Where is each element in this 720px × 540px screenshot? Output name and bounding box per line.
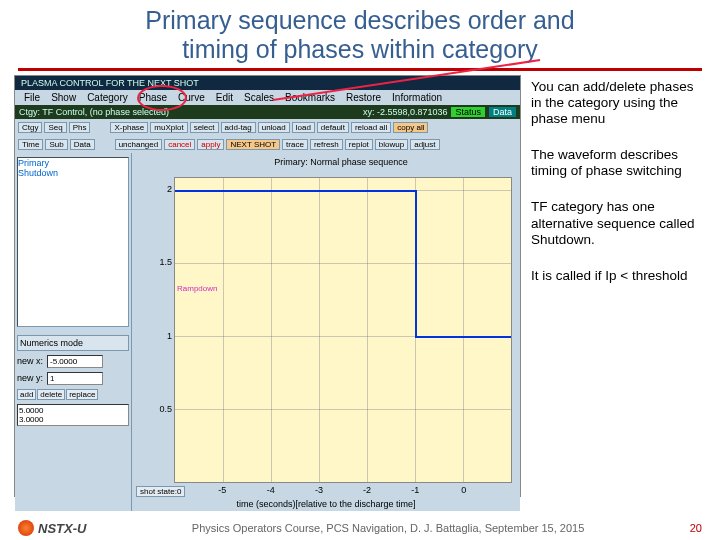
menu-restore[interactable]: Restore [341, 92, 386, 103]
btn-seq[interactable]: Seq [44, 122, 66, 133]
btn-cancel[interactable]: cancel [164, 139, 195, 150]
left-panel: Primary Shutdown Numerics mode new x: ne… [15, 153, 132, 511]
phase-menu-highlight-oval [137, 85, 187, 111]
x-axis-label: time (seconds)[relative to the discharge… [132, 499, 520, 509]
btn-add[interactable]: add [17, 389, 36, 400]
values-readout: 5.0000 3.0000 [17, 404, 129, 426]
newy-input[interactable] [47, 372, 103, 385]
btn-blowup[interactable]: blowup [375, 139, 408, 150]
numerics-mode-control[interactable]: Numerics mode [17, 335, 129, 351]
list-item[interactable]: Primary [18, 158, 128, 168]
menu-file[interactable]: File [19, 92, 45, 103]
nstx-logo-icon [18, 520, 34, 536]
btn-load[interactable]: load [292, 122, 315, 133]
btn-adjust[interactable]: adjust [410, 139, 439, 150]
btn-ctgy[interactable]: Ctgy [18, 122, 42, 133]
rampdown-label: Rampdown [177, 284, 217, 293]
y-axis-ticks: 2 1.5 1 0.5 [150, 177, 172, 483]
title-line1: Primary sequence describes order and [145, 6, 574, 34]
footer-center-text: Physics Operators Course, PCS Navigation… [86, 522, 689, 534]
btn-default[interactable]: default [317, 122, 349, 133]
page-number: 20 [690, 522, 702, 534]
toolbar-row-1: Ctgy Seq Phs X-phase muXplot select add-… [15, 119, 520, 136]
btn-muxplot[interactable]: muXplot [150, 122, 187, 133]
btn-trace[interactable]: trace [282, 139, 308, 150]
btn-reload-all[interactable]: reload all [351, 122, 391, 133]
menu-category[interactable]: Category [82, 92, 133, 103]
shot-state-button[interactable]: shot state:0 [136, 486, 185, 497]
status-chip: Status [451, 107, 485, 117]
info-bar: Ctgy: TF Control, (no phase selected) xy… [15, 105, 520, 119]
btn-xphase[interactable]: X-phase [110, 122, 148, 133]
data-chip: Data [489, 107, 516, 117]
title-divider [18, 68, 702, 71]
page-title: Primary sequence describes order and tim… [0, 0, 720, 68]
menu-edit[interactable]: Edit [211, 92, 238, 103]
note-ip-threshold: It is called if Ip < threshold [531, 268, 700, 284]
btn-replace[interactable]: replace [66, 389, 98, 400]
sequence-list[interactable]: Primary Shutdown [17, 157, 129, 327]
selection-summary: Ctgy: TF Control, (no phase selected) [19, 107, 363, 117]
window-titlebar: PLASMA CONTROL FOR THE NEXT SHOT [15, 76, 520, 90]
nstx-logo-text: NSTX-U [38, 521, 86, 536]
btn-phs[interactable]: Phs [69, 122, 91, 133]
note-phase-menu: You can add/delete phases in the categor… [531, 79, 700, 128]
slide-footer: NSTX-U Physics Operators Course, PCS Nav… [0, 520, 720, 536]
note-shutdown-seq: TF category has one alternative sequence… [531, 199, 700, 248]
menu-show[interactable]: Show [46, 92, 81, 103]
newy-label: new y: [17, 373, 43, 383]
plot-title: Primary: Normal phase sequence [166, 157, 516, 167]
list-item[interactable]: Shutdown [18, 168, 128, 178]
waveform-segment [415, 336, 511, 338]
newx-input[interactable] [47, 355, 103, 368]
btn-add-tag[interactable]: add-tag [221, 122, 256, 133]
pcs-application-window: PLASMA CONTROL FOR THE NEXT SHOT File Sh… [14, 75, 521, 497]
btn-data[interactable]: Data [70, 139, 95, 150]
x-axis-ticks: -6 -5 -4 -3 -2 -1 0 [174, 485, 512, 497]
waveform-segment [415, 190, 417, 336]
plot-area[interactable]: Rampdown [174, 177, 512, 483]
note-waveform: The waveform describes timing of phase s… [531, 147, 700, 179]
btn-apply[interactable]: apply [197, 139, 224, 150]
title-line2: timing of phases within category [182, 35, 538, 63]
btn-refresh[interactable]: refresh [310, 139, 343, 150]
menu-information[interactable]: Information [387, 92, 447, 103]
btn-replot[interactable]: replot [345, 139, 373, 150]
btn-delete[interactable]: delete [37, 389, 65, 400]
annotation-column: You can add/delete phases in the categor… [521, 75, 706, 497]
btn-unchanged[interactable]: unchanged [115, 139, 163, 150]
xy-readout: xy: -2.5598,0.871036 [363, 107, 448, 117]
btn-next-shot[interactable]: NEXT SHOT [226, 139, 280, 150]
btn-sub[interactable]: Sub [45, 139, 67, 150]
application-menubar[interactable]: File Show Category Phase Curve Edit Scal… [15, 90, 520, 105]
btn-time[interactable]: Time [18, 139, 43, 150]
waveform-segment [175, 190, 415, 192]
newx-label: new x: [17, 356, 43, 366]
btn-copy-all[interactable]: copy all [393, 122, 428, 133]
btn-unload[interactable]: unload [258, 122, 290, 133]
plot-panel: Primary: Normal phase sequence Rampdow [132, 153, 520, 511]
toolbar-row-2: Time Sub Data unchanged cancel apply NEX… [15, 136, 520, 153]
btn-select[interactable]: select [190, 122, 219, 133]
